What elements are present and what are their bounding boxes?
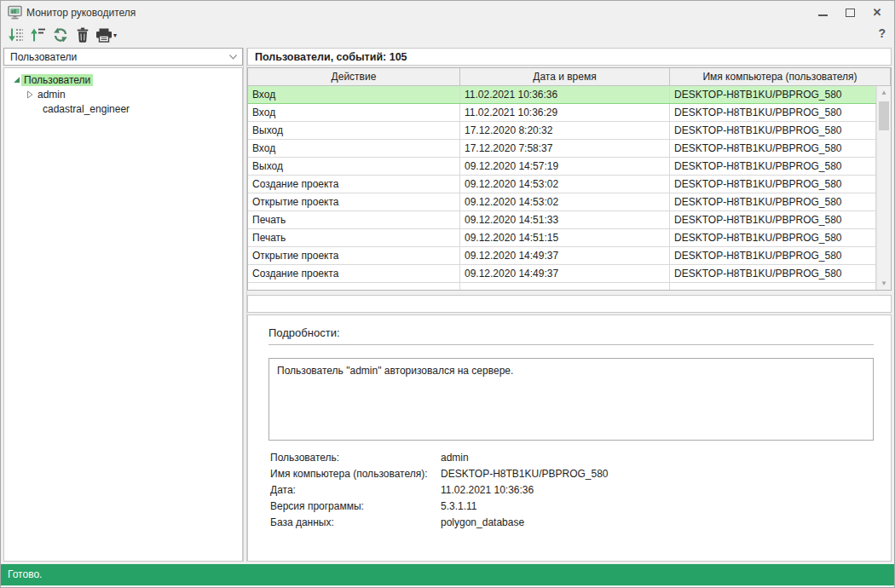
field-value: 11.02.2021 10:36:36 [441,484,534,500]
cell-datetime: 09.12.2020 14:57:19 [460,158,670,175]
tree-item-cadastral-engineer[interactable]: cadastral_engineer [4,101,242,116]
cell-computer: DESKTOP-H8TB1KU/PBPROG_580 [670,158,876,175]
table-row[interactable] [248,283,876,291]
cell-datetime: 17.12.2020 7:58:37 [460,140,670,157]
field-value: 5.3.1.11 [441,500,476,516]
table-row[interactable]: Создание проекта 09.12.2020 14:49:37 DES… [248,265,876,283]
cell-computer: DESKTOP-H8TB1KU/PBPROG_580 [670,247,876,264]
cell-computer: DESKTOP-H8TB1KU/PBPROG_580 [670,86,876,103]
cell-datetime: 11.02.2021 10:36:29 [460,104,670,121]
cell-action: Печать [248,229,460,246]
details-field-row: База данных: polygon_database [270,516,874,533]
cell-datetime: 09.12.2020 14:51:33 [460,211,670,228]
combobox-value: Пользователи [10,51,77,63]
cell-datetime: 09.12.2020 14:51:15 [460,229,670,246]
status-text: Готово. [8,568,42,580]
table-row[interactable]: Открытие проекта 09.12.2020 14:49:37 DES… [248,247,876,265]
cell-action: Выход [248,158,460,175]
scroll-up-icon[interactable]: ▲ [877,89,891,96]
table-row[interactable]: Создание проекта 09.12.2020 14:53:02 DES… [248,176,876,193]
cell-action: Открытие проекта [248,247,460,264]
print-icon [95,28,113,43]
cell-computer: DESKTOP-H8TB1KU/PBPROG_580 [670,211,876,228]
cell-computer: DESKTOP-H8TB1KU/PBPROG_580 [670,104,876,121]
field-label: Пользователь: [270,452,441,468]
cell-datetime: 09.12.2020 14:49:37 [460,247,670,264]
cell-computer: DESKTOP-H8TB1KU/PBPROG_580 [670,265,876,282]
details-fields: Пользователь: admin Имя компьютера (поль… [270,452,874,533]
cell-datetime [460,283,670,291]
tree-item-label: Пользователи [21,74,93,86]
title-bar: Монитор руководителя ✕ [1,1,894,24]
print-button[interactable]: ▾ [94,25,118,45]
collapse-all-icon [30,27,47,43]
details-divider [268,344,874,345]
tree-item-label: admin [35,89,68,101]
minimize-icon [818,14,828,16]
field-value: DESKTOP-H8TB1KU/PBPROG_580 [441,468,609,484]
maximize-button[interactable] [836,1,863,24]
details-title: Подробности: [268,326,340,339]
scrollbar-thumb[interactable] [879,101,889,130]
cell-action: Создание проекта [248,265,460,282]
column-header-datetime[interactable]: Дата и время [460,68,670,85]
field-label: Дата: [270,484,441,500]
collapse-all-button[interactable] [27,25,49,45]
cell-computer: DESKTOP-H8TB1KU/PBPROG_580 [670,122,876,139]
column-header-action[interactable]: Действие [248,68,460,85]
details-panel: Подробности: Пользователь "admin" автори… [247,314,892,562]
minimize-button[interactable] [809,1,836,24]
close-button[interactable]: ✕ [863,1,891,24]
details-field-row: Пользователь: admin [270,452,874,468]
tree-item-users[interactable]: Пользователи [4,72,242,87]
cell-datetime: 09.12.2020 14:53:02 [460,193,670,210]
scroll-down-icon[interactable]: ▼ [877,280,891,287]
table-row[interactable]: Выход 09.12.2020 14:57:19 DESKTOP-H8TB1K… [248,158,876,176]
table-row[interactable]: Вход 17.12.2020 7:58:37 DESKTOP-H8TB1KU/… [248,140,876,158]
table-row[interactable]: Печать 09.12.2020 14:51:15 DESKTOP-H8TB1… [248,229,876,247]
window-title: Монитор руководителя [26,7,136,19]
details-field-row: Дата: 11.02.2021 10:36:36 [270,484,874,500]
app-icon [8,5,22,22]
delete-icon [76,27,90,43]
events-table-body: Вход 11.02.2021 10:36:36 DESKTOP-H8TB1KU… [248,86,876,291]
chevron-down-icon [229,55,237,60]
cell-datetime: 09.12.2020 14:49:37 [460,265,670,282]
column-header-computer[interactable]: Имя компьютера (пользователя) [670,68,891,85]
table-row[interactable]: Вход 11.02.2021 10:36:29 DESKTOP-H8TB1KU… [248,104,876,122]
vertical-scrollbar[interactable]: ▲ ▼ [876,86,891,290]
events-table-header: Действие Дата и время Имя компьютера (по… [248,68,891,86]
collapsed-arrow-icon[interactable] [26,90,35,99]
table-row[interactable]: Выход 17.12.2020 8:20:32 DESKTOP-H8TB1KU… [248,122,876,140]
tree-item-label: cadastral_engineer [40,103,132,115]
category-combobox[interactable]: Пользователи [3,48,243,66]
cell-computer [670,283,876,291]
field-label: База данных: [270,516,441,533]
status-bar: Готово. [1,564,894,585]
field-value: polygon_database [441,516,524,533]
details-message-box[interactable]: Пользователь "admin" авторизовался на се… [268,358,874,441]
details-field-row: Имя компьютера (пользователя): DESKTOP-H… [270,468,874,484]
cell-action: Вход [248,104,460,121]
cell-action: Вход [248,140,460,157]
close-icon: ✕ [873,6,882,19]
delete-button[interactable] [72,25,94,45]
users-tree: Пользователи admin cadastral_engineer [3,67,243,562]
cell-action [248,283,460,291]
cell-computer: DESKTOP-H8TB1KU/PBPROG_580 [670,229,876,246]
table-row[interactable]: Открытие проекта 09.12.2020 14:53:02 DES… [248,193,876,211]
table-row[interactable]: Печать 09.12.2020 14:51:33 DESKTOP-H8TB1… [248,211,876,229]
cell-action: Печать [248,211,460,228]
expand-all-button[interactable] [5,25,27,45]
cell-datetime: 09.12.2020 14:53:02 [460,176,670,193]
cell-datetime: 11.02.2021 10:36:36 [460,86,670,103]
refresh-icon [53,27,68,43]
cell-action: Выход [248,122,460,139]
table-row[interactable]: Вход 11.02.2021 10:36:36 DESKTOP-H8TB1KU… [248,86,876,104]
help-button[interactable]: ? [878,26,886,40]
expanded-arrow-icon[interactable] [13,76,21,84]
cell-action: Вход [248,86,460,103]
tree-item-admin[interactable]: admin [4,87,242,101]
refresh-button[interactable] [49,25,72,45]
table-footer-strip [247,295,892,313]
